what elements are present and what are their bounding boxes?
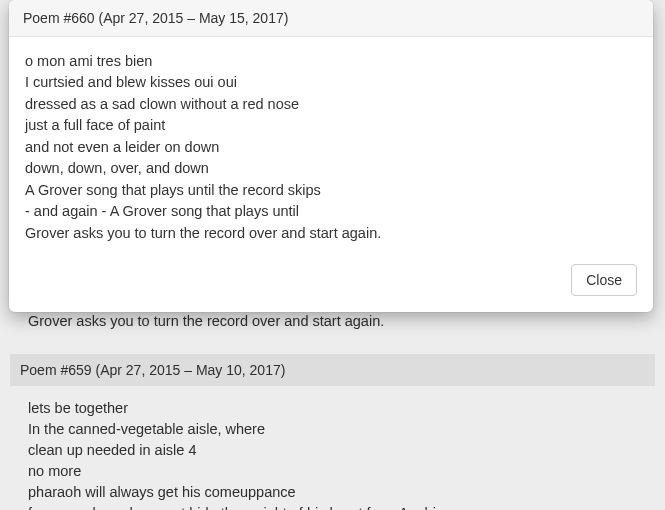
poem-line: Grover asks you to turn the record over … [25,223,637,244]
poem-line: down, down, over, and down [25,158,637,179]
modal-footer: Close [9,250,653,312]
page-root: It's deep and heavy, longing for a satis… [0,0,665,510]
modal-header: Poem #660 (Apr 27, 2015 – May 15, 2017) [9,0,653,37]
poem-line: - and again - A Grover song that plays u… [25,201,637,222]
poem-modal: Poem #660 (Apr 27, 2015 – May 15, 2017) … [9,0,653,312]
poem-line: and not even a leider on down [25,137,637,158]
poem-line: o mon ami tres bien [25,51,637,72]
modal-body: o mon ami tres bien I curtsied and blew … [9,37,653,250]
poem-line: A Grover song that plays until the recor… [25,180,637,201]
poem-line: I curtsied and blew kisses oui oui [25,72,637,93]
poem-line: dressed as a sad clown without a red nos… [25,94,637,115]
close-button[interactable]: Close [571,264,637,296]
poem-line: just a full face of paint [25,115,637,136]
